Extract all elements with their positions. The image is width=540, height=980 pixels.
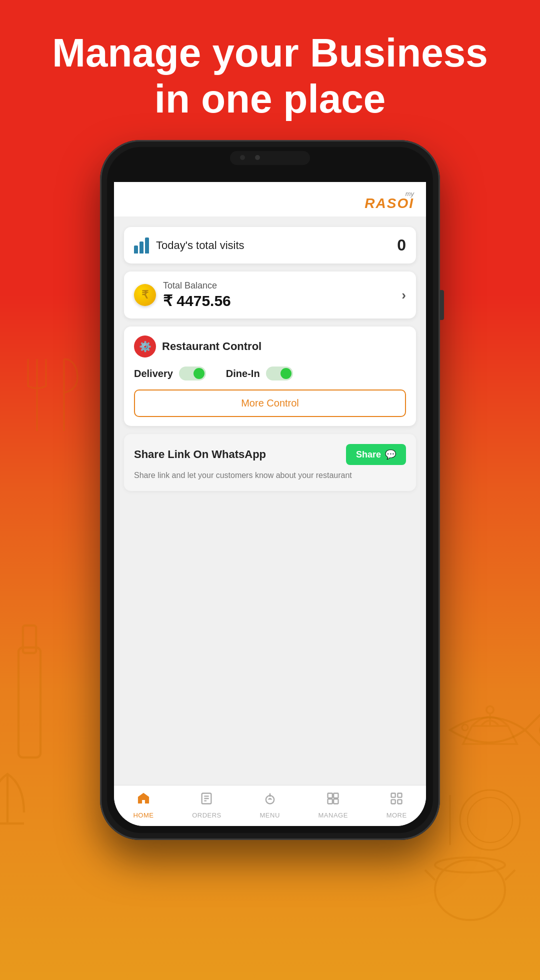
app-logo: RASOI: [364, 196, 414, 211]
svg-rect-0: [18, 648, 40, 758]
bar-2: [140, 242, 144, 254]
share-button[interactable]: Share 💬: [346, 444, 406, 465]
toggle-row: Delivery Dine-In: [134, 366, 406, 380]
delivery-label: Delivery: [134, 368, 173, 380]
svg-rect-23: [328, 794, 332, 798]
balance-label: Total Balance: [163, 280, 231, 291]
visits-left: Today's total visits: [134, 238, 244, 254]
nav-menu-label: MENU: [260, 812, 280, 819]
svg-point-11: [435, 858, 505, 872]
phone-side-button: [440, 290, 444, 320]
bar-1: [134, 246, 138, 254]
phone-camera-left: [240, 155, 245, 160]
orders-icon: [200, 792, 214, 809]
phone-camera-right: [255, 155, 260, 160]
svg-point-8: [435, 860, 505, 920]
manage-icon: [326, 792, 340, 809]
nav-home[interactable]: HOME: [133, 792, 154, 819]
hero-headline: Manage your Business in one place: [0, 30, 540, 122]
balance-card[interactable]: ₹ Total Balance ₹ 4475.56 ›: [124, 272, 416, 318]
bar-chart-icon: [134, 238, 149, 254]
coin-icon: ₹: [134, 284, 156, 306]
svg-point-21: [268, 794, 271, 797]
menu-icon: [263, 792, 277, 809]
dine-in-toggle-item: Dine-In: [226, 366, 293, 380]
balance-amount: ₹ 4475.56: [163, 292, 231, 310]
svg-rect-1: [23, 626, 36, 653]
nav-orders[interactable]: ORDERS: [192, 792, 222, 819]
delivery-toggle-item: Delivery: [134, 366, 206, 380]
nav-manage-label: MANAGE: [318, 812, 348, 819]
control-title: Restaurant Control: [162, 340, 262, 353]
svg-point-5: [460, 790, 520, 850]
app-screen: my RASOI Today's total visits: [114, 182, 426, 826]
svg-rect-25: [328, 799, 332, 804]
more-control-button[interactable]: More Control: [134, 390, 406, 417]
delivery-toggle-knob: [194, 368, 204, 379]
svg-rect-30: [398, 800, 402, 804]
nav-orders-label: ORDERS: [192, 812, 222, 819]
main-content: Today's total visits 0 ₹ Total Balance ₹…: [114, 217, 426, 785]
phone-body: my RASOI Today's total visits: [100, 140, 440, 840]
balance-info: Total Balance ₹ 4475.56: [163, 280, 231, 310]
headline-line2: in one place: [154, 76, 386, 121]
nav-menu[interactable]: MENU: [260, 792, 280, 819]
dine-in-toggle-knob: [280, 368, 292, 379]
visits-label: Today's total visits: [156, 239, 244, 252]
phone-mockup: my RASOI Today's total visits: [100, 140, 440, 840]
whatsapp-description: Share link and let your customers know a…: [134, 470, 406, 481]
dine-in-toggle[interactable]: [266, 366, 293, 380]
balance-chevron: ›: [402, 288, 406, 303]
whatsapp-card: Share Link On WhatsApp Share 💬 Share lin…: [124, 434, 416, 491]
headline-line1: Manage your Business: [52, 30, 488, 75]
balance-left: ₹ Total Balance ₹ 4475.56: [134, 280, 231, 310]
svg-rect-28: [398, 794, 402, 798]
svg-rect-27: [392, 794, 396, 798]
whatsapp-title: Share Link On WhatsApp: [134, 448, 266, 461]
logo-area: my RASOI: [114, 182, 426, 217]
svg-point-15: [486, 706, 494, 713]
svg-line-10: [505, 870, 515, 880]
dine-in-label: Dine-In: [226, 368, 260, 380]
phone-screen-container: my RASOI Today's total visits: [107, 147, 433, 833]
restaurant-icon: ⚙️: [134, 336, 156, 358]
restaurant-control-card: ⚙️ Restaurant Control Delivery: [124, 326, 416, 426]
svg-line-9: [425, 870, 435, 880]
nav-more[interactable]: MORE: [386, 792, 407, 819]
more-icon: [390, 792, 404, 809]
home-icon: [136, 792, 150, 809]
bar-3: [145, 238, 149, 254]
visits-card: Today's total visits 0: [124, 227, 416, 264]
visits-count: 0: [397, 236, 406, 254]
svg-point-4: [462, 724, 468, 730]
svg-rect-24: [334, 794, 338, 798]
nav-manage[interactable]: MANAGE: [318, 792, 348, 819]
control-header: ⚙️ Restaurant Control: [134, 336, 406, 358]
svg-rect-26: [334, 799, 338, 804]
share-label: Share: [356, 450, 381, 460]
whatsapp-icon: 💬: [385, 449, 396, 460]
svg-point-6: [468, 798, 512, 842]
nav-more-label: MORE: [386, 812, 407, 819]
delivery-toggle[interactable]: [179, 366, 206, 380]
svg-rect-29: [392, 800, 396, 804]
bottom-navigation: HOME ORDERS: [114, 785, 426, 826]
whatsapp-header: Share Link On WhatsApp Share 💬: [134, 444, 406, 465]
nav-home-label: HOME: [133, 812, 154, 819]
